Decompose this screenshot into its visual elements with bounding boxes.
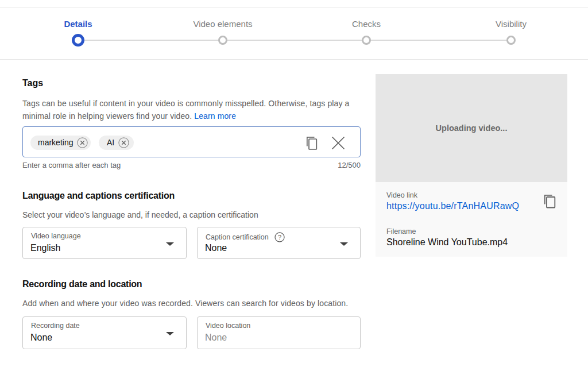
- svg-text:?: ?: [278, 234, 281, 241]
